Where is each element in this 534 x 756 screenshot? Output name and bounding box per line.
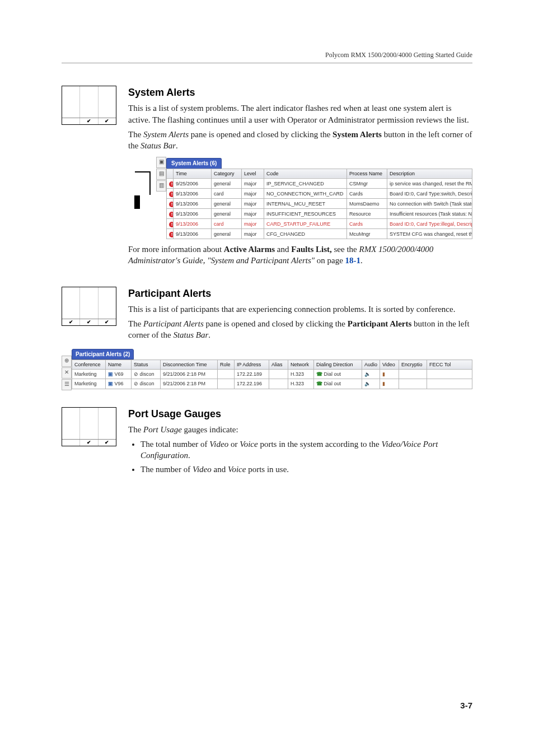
body-text: This is a list of system problems. The a…: [128, 102, 472, 125]
list-item: The total number of Video or Voice ports…: [140, 438, 472, 461]
section-title-system-alerts: System Alerts: [128, 86, 472, 99]
toolbar-icon: ⊕: [62, 356, 72, 367]
dial-out-icon: ☎: [316, 381, 324, 386]
toolbar-icon: ✕: [62, 367, 72, 379]
body-text: This is a list of participants that are …: [128, 304, 472, 315]
dial-out-icon: ☎: [316, 371, 324, 377]
status-bar-widget-1: ✔ ✔: [62, 86, 116, 125]
audio-icon: 🔈: [364, 381, 371, 386]
check-icon: ✔: [80, 118, 98, 124]
error-icon: !: [169, 222, 174, 227]
participant-alerts-screenshot: ⊕ ✕ ☰ Participant Alerts (2) ConferenceN…: [62, 348, 472, 390]
toolbar-icon: ☰: [62, 379, 72, 390]
list-item: The number of Video and Voice ports in u…: [140, 464, 472, 475]
error-icon: !: [169, 232, 174, 237]
check-icon: ✔: [99, 440, 116, 446]
top-rule: [62, 63, 472, 63]
audio-icon: 🔈: [364, 371, 371, 377]
section-title-participant-alerts: Participant Alerts: [128, 287, 472, 300]
toolbar-icon: ▣: [156, 157, 166, 168]
bullet-list: The total number of Video or Voice ports…: [128, 438, 472, 475]
body-text: The Port Usage gauges indicate:: [128, 424, 472, 435]
endpoint-icon: ▣: [108, 381, 115, 386]
status-bar-widget-2: ✔ ✔ ✔: [62, 287, 116, 326]
running-head: Polycom RMX 1500/2000/4000 Getting Start…: [62, 50, 472, 59]
toolbar-icon: ▥: [156, 180, 166, 192]
body-text: The System Alerts pane is opened and clo…: [128, 129, 472, 152]
participant-alerts-caption: Participant Alerts (2): [72, 349, 134, 360]
check-icon: ✔: [80, 440, 98, 446]
error-icon: !: [169, 192, 174, 197]
system-alerts-table: Time Category Level Code Process Name De…: [166, 169, 472, 239]
check-icon: ✔: [99, 319, 116, 325]
video-icon: ▮: [382, 381, 385, 386]
participant-alerts-table: ConferenceNameStatus Disconnection TimeR…: [72, 360, 472, 389]
toolbar-icon: ▤: [156, 169, 166, 180]
check-icon: ✔: [80, 319, 98, 325]
system-alerts-screenshot: ▣ ▤ ▥ System Alerts (6) Time: [142, 157, 472, 239]
page-link[interactable]: 18-1: [345, 256, 361, 265]
status-bar-widget-3: ✔ ✔: [62, 407, 116, 446]
endpoint-icon: ▣: [108, 371, 115, 377]
body-text: The Participant Alerts pane is opened an…: [128, 318, 472, 341]
body-text: For more information about Active Alarms…: [128, 244, 472, 267]
page-number: 3-7: [460, 700, 472, 711]
system-alerts-caption: System Alerts (6): [166, 158, 222, 169]
check-icon: ✔: [62, 319, 80, 325]
error-icon: !: [169, 181, 174, 187]
error-icon: !: [169, 212, 174, 217]
section-title-port-usage: Port Usage Gauges: [128, 407, 472, 421]
video-icon: ▮: [382, 371, 385, 377]
error-icon: !: [169, 202, 174, 207]
check-icon: ✔: [99, 118, 116, 124]
